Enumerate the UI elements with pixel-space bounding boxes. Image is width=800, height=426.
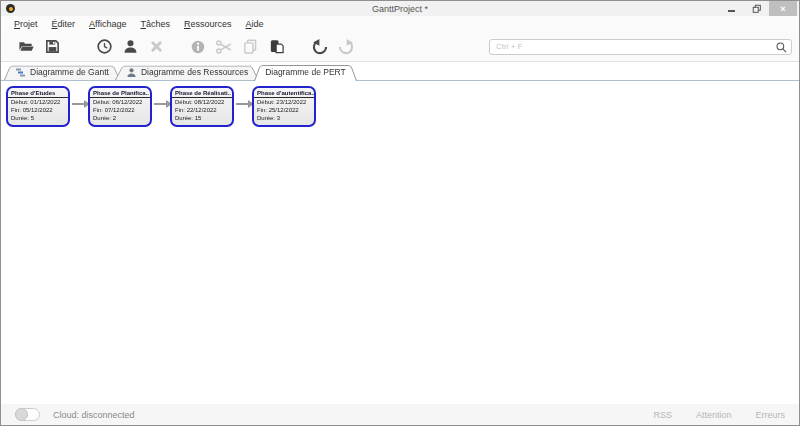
pert-node-duration: Durée: 2	[90, 114, 150, 122]
clock-icon	[96, 38, 113, 55]
undo-icon	[311, 38, 329, 56]
pert-node-duration: Durée: 3	[254, 114, 314, 122]
title-bar: GanttProject * ×	[1, 1, 799, 16]
search-icon	[775, 41, 788, 54]
paste-button[interactable]	[263, 34, 289, 60]
copy-button[interactable]	[237, 34, 263, 60]
pert-node-start: Début: 06/12/2022	[90, 98, 150, 106]
delete-button[interactable]	[143, 34, 169, 60]
pert-node-title: Phase d'Etudes	[8, 88, 68, 98]
pert-arrow-3	[236, 103, 248, 105]
pert-node-title: Phase d'autentifica..	[254, 88, 314, 98]
redo-button[interactable]	[333, 34, 359, 60]
tab-pert-label: Diagramme de PERT	[265, 67, 346, 77]
info-icon	[190, 39, 206, 55]
pert-node-phase-realisation[interactable]: Phase de Réalisati.. Début: 08/12/2022 F…	[170, 86, 234, 127]
menu-projet[interactable]: Projet	[7, 17, 45, 31]
tab-gantt-chart[interactable]: Diagramme de Gantt	[4, 64, 120, 80]
restore-icon	[752, 4, 762, 14]
chart-tab-bar: Diagramme de Gantt Diagramme des Ressour…	[1, 62, 799, 81]
menu-editer[interactable]: Éditer	[45, 17, 83, 31]
pert-node-phase-planification[interactable]: Phase de Planifica.. Début: 06/12/2022 F…	[88, 86, 152, 127]
window-title: GanttProject *	[1, 4, 799, 14]
save-floppy-icon	[44, 38, 61, 55]
minimize-icon	[728, 10, 735, 12]
delete-x-icon	[149, 39, 164, 54]
copy-icon	[242, 38, 259, 55]
minimize-button[interactable]	[719, 1, 744, 16]
menu-ressources[interactable]: Ressources	[177, 17, 239, 31]
person-icon	[122, 38, 139, 55]
menu-affichage[interactable]: Affichage	[82, 17, 133, 31]
app-logo-icon	[6, 4, 15, 13]
pert-node-duration: Durée: 5	[8, 114, 68, 122]
rss-button[interactable]: RSS	[653, 410, 672, 420]
close-button[interactable]: ×	[769, 1, 797, 16]
toolbar	[1, 32, 799, 62]
pert-node-title: Phase de Planifica..	[90, 88, 150, 98]
cloud-toggle[interactable]	[15, 408, 40, 421]
pert-diagram-canvas[interactable]: Phase d'Etudes Début: 01/12/2022 Fin: 05…	[1, 81, 799, 404]
tab-gantt-label: Diagramme de Gantt	[30, 67, 109, 77]
pert-arrow-2	[154, 103, 166, 105]
tab-pert-chart[interactable]: Diagramme de PERT	[254, 63, 357, 81]
menu-bar: Projet Éditer Affichage Tâches Ressource…	[1, 16, 799, 32]
cloud-status-label: Cloud: disconnected	[53, 410, 135, 420]
new-resource-button[interactable]	[117, 34, 143, 60]
pert-node-start: Début: 08/12/2022	[172, 98, 232, 106]
paste-icon	[268, 38, 285, 55]
pert-node-phase-etudes[interactable]: Phase d'Etudes Début: 01/12/2022 Fin: 05…	[6, 86, 70, 127]
pert-arrow-1	[72, 103, 84, 105]
pert-node-end: Fin: 22/12/2022	[172, 106, 232, 114]
time-button[interactable]	[91, 34, 117, 60]
properties-button[interactable]	[185, 34, 211, 60]
pert-node-duration: Durée: 15	[172, 114, 232, 122]
search-input[interactable]	[489, 39, 792, 55]
pert-node-end: Fin: 05/12/2022	[8, 106, 68, 114]
attention-button[interactable]: Attention	[696, 410, 732, 420]
menu-taches[interactable]: Tâches	[133, 17, 177, 31]
pert-node-start: Début: 01/12/2022	[8, 98, 68, 106]
save-project-button[interactable]	[39, 34, 65, 60]
status-right-group: RSS Attention Erreurs	[653, 410, 785, 420]
scissors-icon	[215, 38, 233, 56]
cut-button[interactable]	[211, 34, 237, 60]
cloud-toggle-knob	[15, 408, 28, 421]
pert-node-end: Fin: 07/12/2022	[90, 106, 150, 114]
open-project-button[interactable]	[13, 34, 39, 60]
app-window: GanttProject * × Projet Éditer Affichage…	[0, 0, 800, 426]
menu-aide[interactable]: Aide	[239, 17, 271, 31]
pert-node-title: Phase de Réalisati..	[172, 88, 232, 98]
search-container	[489, 39, 792, 55]
pert-node-end: Fin: 25/12/2022	[254, 106, 314, 114]
restore-button[interactable]	[744, 1, 769, 16]
undo-button[interactable]	[307, 34, 333, 60]
redo-icon	[337, 38, 355, 56]
window-controls: ×	[719, 1, 799, 16]
tab-resources-chart[interactable]: Diagramme des Ressources	[115, 64, 259, 80]
gantt-chart-icon	[15, 67, 26, 78]
open-folder-icon	[18, 38, 35, 55]
pert-node-start: Début: 23/12/2022	[254, 98, 314, 106]
errors-button[interactable]: Erreurs	[755, 410, 785, 420]
resources-person-icon	[126, 67, 137, 78]
tab-resources-label: Diagramme des Ressources	[141, 67, 248, 77]
pert-node-phase-autentification[interactable]: Phase d'autentifica.. Début: 23/12/2022 …	[252, 86, 316, 127]
status-bar: Cloud: disconnected RSS Attention Erreur…	[1, 404, 799, 425]
